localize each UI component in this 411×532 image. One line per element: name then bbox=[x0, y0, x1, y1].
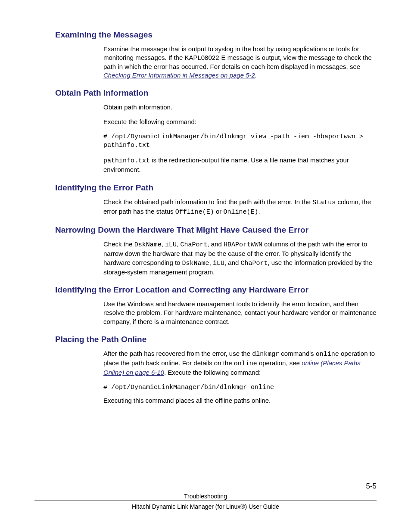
paragraph: Executing this command places all the of… bbox=[103, 396, 377, 405]
section-body: Use the Windows and hardware management … bbox=[103, 300, 377, 326]
text: After the path has recovered from the er… bbox=[103, 350, 252, 357]
paragraph: pathinfo.txt is the redirection-output f… bbox=[103, 156, 377, 174]
paragraph: Use the Windows and hardware management … bbox=[103, 300, 377, 326]
section-body: Examine the message that is output to sy… bbox=[103, 45, 377, 80]
text: . bbox=[255, 72, 257, 79]
page-container: Examining the Messages Examine the messa… bbox=[0, 0, 411, 532]
paragraph: Obtain path information. bbox=[103, 103, 377, 112]
code-inline: pathinfo.txt bbox=[103, 157, 150, 165]
paragraph: Check the obtained path information to f… bbox=[103, 198, 377, 217]
text: operation, see bbox=[257, 359, 302, 367]
heading-identifying-error-location: Identifying the Error Location and Corre… bbox=[55, 285, 377, 295]
text: , bbox=[209, 259, 213, 266]
paragraph: Execute the following command: bbox=[103, 118, 377, 126]
paragraph: Examine the message that is output to sy… bbox=[103, 45, 377, 80]
code-block: # /opt/DynamicLinkManager/bin/dlnkmgr on… bbox=[103, 383, 377, 392]
page-footer: 5-5 Troubleshooting Hitachi Dynamic Link… bbox=[34, 492, 377, 511]
code-inline: Status bbox=[312, 199, 336, 206]
page-number: 5-5 bbox=[366, 481, 377, 492]
text: , bbox=[162, 240, 165, 248]
footer-row: Hitachi Dynamic Link Manager (for Linux®… bbox=[34, 503, 377, 511]
text: . bbox=[258, 208, 260, 215]
code-inline: DskName bbox=[134, 241, 162, 249]
heading-placing-path-online: Placing the Path Online bbox=[55, 335, 377, 344]
text: Check the bbox=[103, 240, 134, 248]
code-inline: online bbox=[316, 351, 339, 358]
link-checking-error-info[interactable]: Checking Error Information in Messages o… bbox=[103, 72, 255, 79]
footer-row: 5-5 Troubleshooting bbox=[34, 492, 377, 501]
code-inline: Online(E) bbox=[223, 208, 258, 216]
section-body: After the path has recovered from the er… bbox=[103, 349, 377, 405]
code-inline: Offline(E) bbox=[175, 208, 214, 216]
code-inline: iLU bbox=[213, 260, 224, 267]
text: , and bbox=[207, 240, 224, 248]
text: Examine the message that is output to sy… bbox=[103, 45, 372, 70]
footer-section-title: Troubleshooting bbox=[184, 493, 227, 500]
code-inline: online bbox=[234, 360, 257, 367]
paragraph: After the path has recovered from the er… bbox=[103, 349, 377, 377]
heading-examining-messages: Examining the Messages bbox=[55, 30, 377, 40]
code-inline: ChaPort bbox=[180, 241, 207, 249]
code-block: # /opt/DynamicLinkManager/bin/dlnkmgr vi… bbox=[103, 133, 377, 150]
section-body: Check the obtained path information to f… bbox=[103, 198, 377, 217]
code-inline: ChaPort bbox=[241, 260, 268, 267]
text: , and bbox=[224, 259, 241, 266]
heading-narrowing-down-hardware: Narrowing Down the Hardware That Might H… bbox=[55, 225, 377, 235]
footer-doc-title: Hitachi Dynamic Link Manager (for Linux®… bbox=[132, 503, 279, 510]
text: command's bbox=[279, 350, 316, 357]
text: Check the obtained path information to f… bbox=[103, 198, 312, 205]
text: . Execute the following command: bbox=[164, 369, 261, 376]
code-inline: HBAPortWWN bbox=[224, 241, 262, 249]
paragraph: Check the DskName, iLU, ChaPort, and HBA… bbox=[103, 240, 377, 277]
heading-identifying-error-path: Identifying the Error Path bbox=[55, 183, 377, 193]
code-inline: iLU bbox=[165, 241, 177, 249]
text: or bbox=[214, 208, 224, 215]
section-body: Obtain path information. Execute the fol… bbox=[103, 103, 377, 174]
footer-divider bbox=[34, 501, 377, 501]
section-body: Check the DskName, iLU, ChaPort, and HBA… bbox=[103, 240, 377, 277]
code-inline: dlnkmgr bbox=[252, 351, 279, 358]
heading-obtain-path-info: Obtain Path Information bbox=[55, 88, 377, 98]
code-inline: DskName bbox=[182, 260, 209, 267]
